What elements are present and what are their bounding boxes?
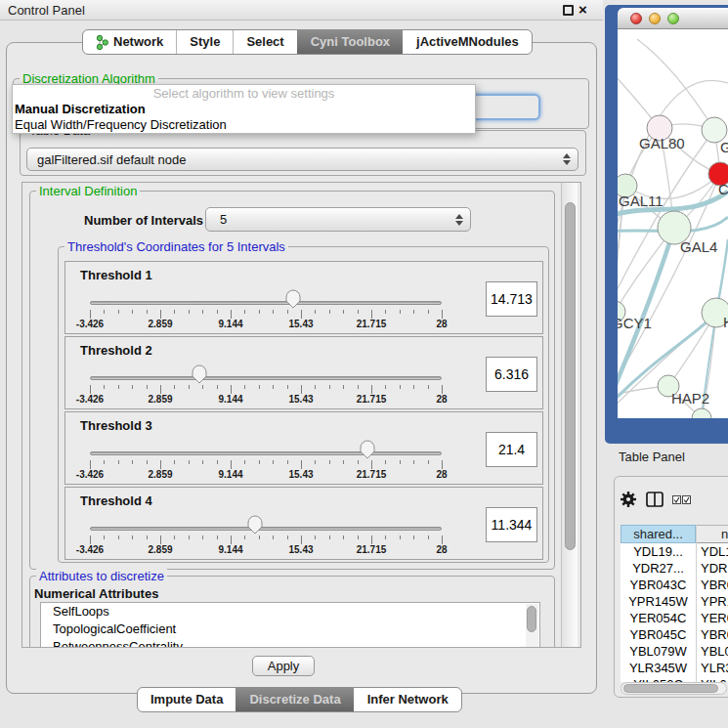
- attribute-item-topologicalcoefficient[interactable]: TopologicalCoefficient: [41, 621, 539, 638]
- pane-vertical-scrollbar[interactable]: [561, 183, 578, 647]
- network-icon: [96, 34, 108, 50]
- cell-shared-name[interactable]: YDL19...: [621, 543, 696, 560]
- cell-shared-name[interactable]: YDR27...: [621, 560, 696, 577]
- slider-track[interactable]: [90, 451, 442, 455]
- tick-label: 15.43: [288, 469, 313, 480]
- column-header-shared-name[interactable]: shared...: [621, 525, 696, 543]
- network-canvas[interactable]: GAL80GACGAL11GAL4GCY1HHAP2: [618, 29, 728, 418]
- tick-label: -3.426: [76, 469, 104, 480]
- tick-mark: [231, 385, 232, 394]
- tick-mark: [428, 535, 429, 539]
- algorithm-option-manual-discretization[interactable]: Manual Discretization: [13, 102, 475, 117]
- float-icon[interactable]: [563, 5, 574, 16]
- table-horizontal-scrollbar[interactable]: [621, 682, 727, 695]
- tick-mark: [413, 535, 414, 539]
- network-node[interactable]: [692, 408, 711, 418]
- tick-label: -3.426: [76, 544, 104, 555]
- table-row[interactable]: YBR045CYBR0: [621, 626, 728, 643]
- tick-mark: [301, 460, 302, 469]
- spinner-arrows-icon: [560, 153, 574, 165]
- checkboxes-icon[interactable]: [672, 493, 691, 508]
- tab-cyni-toolbox[interactable]: Cyni Toolbox: [297, 30, 403, 54]
- attribute-item-betweennesscentrality[interactable]: BetweennessCentrality: [41, 638, 539, 648]
- slider-tick-labels: -3.4262.8599.14415.4321.71528: [90, 469, 442, 481]
- tick-label: 15.43: [288, 544, 313, 555]
- tick-mark: [259, 535, 260, 539]
- slider-thumb[interactable]: [246, 514, 264, 535]
- slider-track[interactable]: [90, 376, 442, 380]
- bottom-tab-impute-data[interactable]: Impute Data: [138, 688, 236, 711]
- slider-thumb[interactable]: [359, 439, 376, 460]
- cell-shared-name[interactable]: YBL079W: [621, 643, 696, 660]
- tab-style[interactable]: Style: [176, 30, 233, 54]
- number-of-intervals-label: Number of Intervals: [84, 213, 203, 228]
- table-header-row: shared... na: [621, 525, 728, 543]
- slider-thumb[interactable]: [191, 364, 208, 385]
- scrollbar-thumb[interactable]: [565, 202, 576, 550]
- tick-label: 9.144: [218, 394, 242, 405]
- cell-name[interactable]: YPR1: [697, 593, 728, 610]
- algorithm-option-equal-width-frequency-discretization[interactable]: Equal Width/Frequency Discretization: [13, 117, 475, 133]
- tab-network[interactable]: Network: [83, 30, 176, 54]
- table-row[interactable]: YER054CYER0: [621, 610, 728, 626]
- cell-shared-name[interactable]: YER054C: [621, 610, 696, 626]
- table-row[interactable]: YPR145WYPR1: [621, 593, 728, 610]
- cell-name[interactable]: YLR3: [697, 660, 728, 676]
- scrollbar-thumb[interactable]: [623, 684, 718, 693]
- tick-mark: [287, 460, 288, 464]
- tick-mark: [174, 535, 175, 539]
- cell-name[interactable]: YBL0: [697, 643, 728, 660]
- close-traffic-light-icon[interactable]: [630, 13, 642, 24]
- threshold-value-field[interactable]: 11.344: [486, 507, 537, 542]
- column-header-name[interactable]: na: [696, 525, 728, 543]
- table-row[interactable]: YDL19...YDL1: [621, 543, 728, 560]
- gear-icon[interactable]: [620, 491, 637, 511]
- table-data-combobox[interactable]: galFiltered.sif default node: [26, 148, 578, 171]
- scrollbar-thumb[interactable]: [527, 606, 536, 632]
- table-row[interactable]: YBR043CYBR0: [621, 577, 728, 593]
- slider-track[interactable]: [90, 527, 442, 531]
- tick-mark: [132, 535, 133, 539]
- apply-button[interactable]: Apply: [252, 656, 315, 676]
- cell-shared-name[interactable]: YPR145W: [621, 593, 696, 610]
- attribute-item-selfloops[interactable]: SelfLoops: [41, 603, 539, 621]
- tick-mark: [259, 385, 260, 389]
- tab-select[interactable]: Select: [233, 30, 296, 54]
- cell-name[interactable]: YER0: [697, 610, 728, 626]
- network-window-titlebar[interactable]: [618, 8, 728, 29]
- table-row[interactable]: YLR345WYLR3: [621, 660, 728, 676]
- cell-name[interactable]: YBR0: [697, 577, 728, 593]
- cell-shared-name[interactable]: YLR345W: [621, 660, 696, 676]
- zoom-traffic-light-icon[interactable]: [667, 13, 679, 24]
- node-attribute-table[interactable]: shared... na YDL19...YDL1YDR27...YDR2YBR…: [621, 525, 728, 682]
- tick-mark: [202, 535, 203, 539]
- numerical-attributes-list[interactable]: SelfLoopsTopologicalCoefficientBetweenne…: [40, 602, 540, 648]
- table-row[interactable]: YDR27...YDR2: [621, 560, 728, 577]
- bottom-tab-infer-network[interactable]: Infer Network: [354, 688, 461, 711]
- threshold-value-field[interactable]: 21.4: [486, 432, 537, 467]
- cell-shared-name[interactable]: YBR043C: [621, 577, 696, 593]
- close-icon[interactable]: ×: [578, 1, 587, 19]
- cell-name[interactable]: YDL1: [697, 543, 728, 560]
- tab-jactivemnodules[interactable]: jActiveMNodules: [403, 30, 532, 54]
- cell-name[interactable]: YBR0: [697, 626, 728, 643]
- algorithm-hint: Select algorithm to view settings: [13, 85, 475, 102]
- minimize-traffic-light-icon[interactable]: [649, 13, 661, 24]
- threshold-panel-1: Threshold 1-3.4262.8599.14415.4321.71528…: [64, 261, 543, 334]
- tick-mark: [371, 460, 372, 469]
- table-row[interactable]: YBL079WYBL0: [621, 643, 728, 660]
- cell-shared-name[interactable]: YBR045C: [621, 626, 696, 643]
- split-columns-icon[interactable]: [646, 492, 664, 510]
- slider-tick-labels: -3.4262.8599.14415.4321.71528: [90, 319, 442, 330]
- threshold-value-field[interactable]: 14.713: [486, 281, 537, 317]
- attributes-scrollbar[interactable]: [526, 604, 538, 648]
- threshold-value-field[interactable]: 6.316: [486, 357, 537, 392]
- slider-tick-labels: -3.4262.8599.14415.4321.71528: [90, 544, 442, 556]
- cell-name[interactable]: YDR2: [697, 560, 728, 577]
- tick-mark: [217, 535, 218, 539]
- tick-mark: [442, 460, 443, 469]
- bottom-tab-discretize-data[interactable]: Discretize Data: [236, 688, 353, 711]
- slider-track[interactable]: [90, 301, 442, 305]
- number-of-intervals-combobox[interactable]: 5: [205, 207, 471, 232]
- slider-thumb[interactable]: [284, 288, 302, 310]
